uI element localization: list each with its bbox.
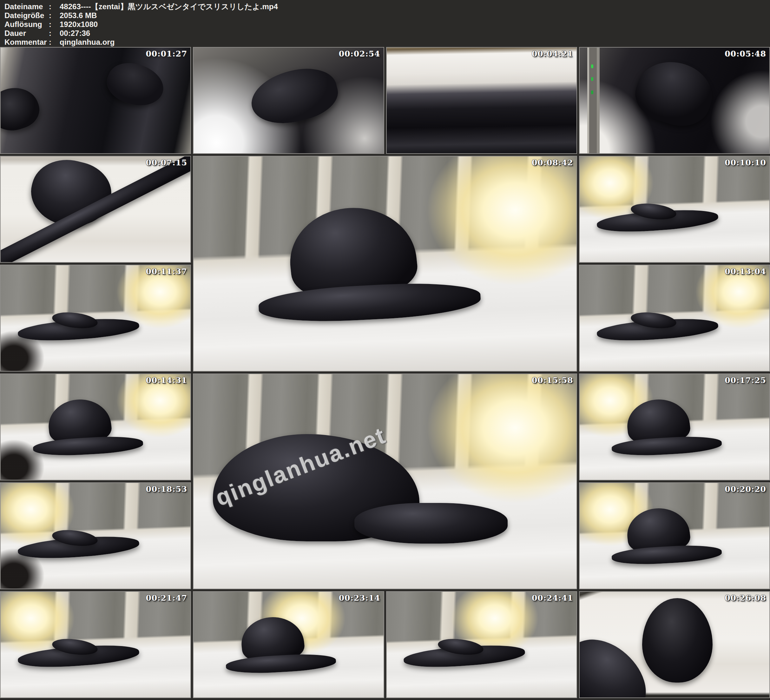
timestamp-overlay: 00:04:21: [532, 49, 573, 58]
video-thumbnail[interactable]: 00:05:48: [579, 47, 770, 154]
file-info-label: Dateiname: [5, 2, 49, 11]
file-info-label: Dateigröße: [5, 11, 49, 20]
timestamp-overlay: 00:10:10: [725, 158, 766, 167]
file-info-label: Kommentar: [5, 38, 49, 47]
video-thumbnail[interactable]: 00:18:53: [0, 482, 191, 589]
thumbnail-image: [1, 265, 190, 371]
timestamp-overlay: 00:14:31: [146, 376, 187, 385]
file-info-row: Dauer : 00:27:36: [5, 29, 770, 38]
figure-silhouette: [642, 598, 712, 682]
thumbnail-grid: 00:01:27 00:02:54 00:04:21 00:05:48: [0, 47, 770, 698]
timestamp-overlay: 00:11:37: [146, 267, 187, 276]
timestamp-overlay: 00:17:25: [725, 376, 766, 385]
figure-silhouette: [611, 435, 722, 457]
figure-silhouette: [33, 435, 143, 457]
video-thumbnail[interactable]: 00:14:31: [0, 373, 191, 480]
file-info-value: 1920x1080: [60, 20, 98, 29]
video-thumbnail[interactable]: 00:07:15: [0, 156, 191, 263]
thumbnail-image: [580, 156, 769, 262]
video-thumbnail[interactable]: qinglanhua.net 00:15:58: [193, 373, 577, 589]
video-thumbnail[interactable]: 00:11:37: [0, 265, 191, 371]
thumbnail-image: [387, 592, 576, 697]
file-info-row: Auflösung : 1920x1080: [5, 20, 770, 29]
file-info-row: Kommentar : qinglanhua.org: [5, 38, 770, 47]
figure-silhouette: [611, 544, 722, 566]
led-lights: [591, 65, 593, 68]
thumbnail-image: [1, 156, 190, 262]
timestamp-overlay: 00:05:48: [725, 49, 766, 58]
thumbnail-image: [580, 48, 769, 153]
contact-sheet-page: { "header": { "fields": [ { "label": "Da…: [0, 0, 770, 700]
video-thumbnail[interactable]: 00:13:04: [579, 265, 770, 371]
figure-silhouette: [246, 61, 343, 131]
thumbnail-image: [194, 592, 383, 697]
video-thumbnail[interactable]: 00:17:25: [579, 373, 770, 480]
timestamp-overlay: 00:02:54: [339, 49, 380, 58]
video-thumbnail[interactable]: 00:24:41: [386, 591, 577, 698]
thumbnail-image: [580, 483, 769, 589]
timestamp-overlay: 00:26:08: [725, 593, 766, 603]
video-thumbnail[interactable]: 00:04:21: [386, 47, 577, 154]
file-info-separator: :: [49, 11, 56, 20]
thumbnail-image: [580, 374, 769, 480]
video-thumbnail[interactable]: 00:08:42: [193, 156, 577, 371]
file-info-value: 2053.6 MB: [60, 11, 97, 20]
thumbnail-image: [1, 48, 190, 153]
file-info-label: Auflösung: [5, 20, 49, 29]
file-info-list: Dateiname : 48263----【zentai】黒ツルスベゼンタイでス…: [5, 2, 770, 47]
thumbnail-image: [1, 483, 190, 589]
file-info-header: Dateiname : 48263----【zentai】黒ツルスベゼンタイでス…: [0, 0, 770, 47]
file-info-value: 00:27:36: [60, 29, 90, 38]
figure-silhouette: [226, 652, 336, 675]
thumbnail-image: [194, 48, 383, 153]
timestamp-overlay: 00:18:53: [146, 484, 187, 494]
thumbnail-image: [1, 374, 190, 480]
figure-silhouette: [1, 81, 44, 137]
video-thumbnail[interactable]: 00:10:10: [579, 156, 770, 263]
thumbnail-image: [580, 265, 769, 371]
timestamp-overlay: 00:21:47: [146, 593, 187, 603]
timestamp-overlay: 00:15:58: [532, 376, 573, 385]
video-thumbnail[interactable]: 00:21:47: [0, 591, 191, 698]
file-info-row: Dateigröße : 2053.6 MB: [5, 11, 770, 20]
timestamp-overlay: 00:24:41: [532, 593, 573, 603]
timestamp-overlay: 00:13:04: [725, 267, 766, 276]
figure-silhouette: [258, 279, 481, 325]
thumbnail-image: [194, 156, 576, 371]
figure-silhouette: [629, 52, 720, 134]
file-info-label: Dauer: [5, 29, 49, 38]
video-thumbnail[interactable]: 00:23:14: [193, 591, 384, 698]
timestamp-overlay: 00:20:20: [725, 484, 766, 494]
file-info-value: qinglanhua.org: [60, 38, 115, 47]
video-thumbnail[interactable]: 00:01:27: [0, 47, 191, 154]
thumbnail-image: [387, 48, 576, 153]
timestamp-overlay: 00:23:14: [339, 593, 380, 603]
file-info-separator: :: [49, 20, 56, 29]
timestamp-overlay: 00:08:42: [532, 158, 573, 167]
video-thumbnail[interactable]: 00:20:20: [579, 482, 770, 589]
file-info-row: Dateiname : 48263----【zentai】黒ツルスベゼンタイでス…: [5, 2, 770, 11]
file-info-separator: :: [49, 2, 56, 11]
file-info-value: 48263----【zentai】黒ツルスベゼンタイでスリスリしたよ.mp4: [60, 2, 278, 11]
thumbnail-image: [580, 592, 769, 697]
figure-silhouette: [102, 55, 170, 114]
file-info-separator: :: [49, 29, 56, 38]
thumbnail-image: [1, 592, 190, 697]
video-thumbnail[interactable]: 00:02:54: [193, 47, 384, 154]
timestamp-overlay: 00:01:27: [146, 49, 187, 58]
timestamp-overlay: 00:07:15: [146, 158, 187, 167]
video-thumbnail[interactable]: 00:26:08: [579, 591, 770, 698]
file-info-separator: :: [49, 38, 56, 47]
figure-silhouette: [354, 503, 508, 544]
